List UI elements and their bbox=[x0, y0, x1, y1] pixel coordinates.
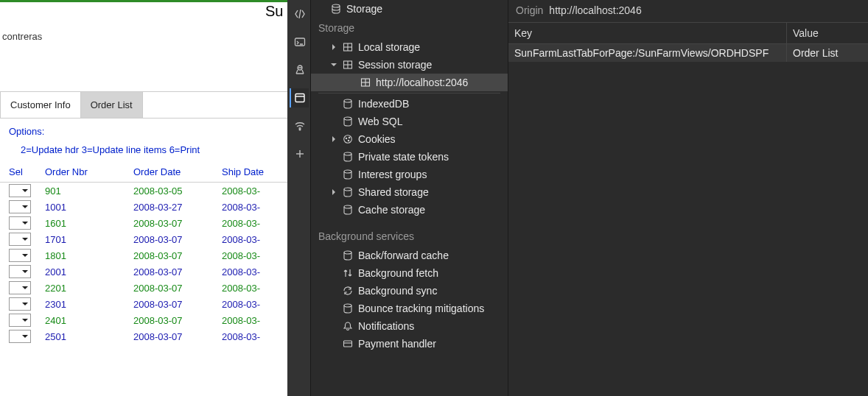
cell-ship-date: 2008-03- bbox=[217, 328, 287, 344]
chevron-down-icon bbox=[22, 204, 28, 210]
elements-tab-icon[interactable] bbox=[290, 4, 309, 24]
options-block: Options: 2=Update hdr 3=Update line item… bbox=[0, 119, 287, 164]
app-panel: Su contreras Customer Info Order List Op… bbox=[0, 0, 287, 396]
tree-session-origin-label: http://localhost:2046 bbox=[376, 77, 468, 88]
grid-icon bbox=[342, 41, 354, 53]
svg-point-26 bbox=[344, 205, 351, 208]
grid-icon bbox=[360, 77, 371, 88]
tree-bg-sync[interactable]: Background sync bbox=[311, 282, 508, 300]
tree-pst[interactable]: Private state tokens bbox=[311, 148, 508, 166]
col-order-date: Order Date bbox=[129, 164, 217, 183]
svg-point-19 bbox=[344, 135, 352, 144]
cell-order-nbr: 1001 bbox=[41, 199, 129, 215]
tab-customer-info[interactable]: Customer Info bbox=[0, 92, 81, 118]
table-row: 17012008-03-072008-03- bbox=[0, 231, 287, 247]
svg-rect-2 bbox=[295, 94, 304, 102]
chevron-down-icon bbox=[22, 285, 28, 291]
arrows-icon bbox=[342, 267, 354, 279]
sel-dropdown[interactable] bbox=[9, 265, 31, 278]
tree-session-storage[interactable]: Session storage bbox=[311, 56, 508, 74]
sel-dropdown[interactable] bbox=[9, 200, 31, 213]
sel-dropdown[interactable] bbox=[9, 216, 31, 230]
console-tab-icon[interactable] bbox=[290, 32, 309, 52]
chevron-right-icon bbox=[330, 136, 337, 142]
svg-point-17 bbox=[344, 99, 351, 102]
application-tab-icon[interactable] bbox=[290, 88, 309, 107]
tree-bgfetch-label: Background fetch bbox=[358, 267, 438, 279]
table-row: 10012008-03-272008-03- bbox=[0, 199, 287, 215]
tree-cache-label: Cache storage bbox=[358, 204, 425, 216]
database-icon bbox=[342, 98, 354, 110]
cell-order-nbr: 1801 bbox=[41, 247, 129, 264]
kv-row[interactable]: SunFarmLastTabForPage:/SunFarmViews/ORDH… bbox=[508, 44, 868, 62]
chevron-down-icon bbox=[22, 220, 28, 226]
tree-bounce-label: Bounce tracking mitigations bbox=[358, 303, 484, 314]
tree-cookies-label: Cookies bbox=[358, 133, 396, 145]
origin-label: Origin bbox=[516, 4, 543, 16]
cell-order-nbr: 2001 bbox=[41, 264, 129, 280]
sel-dropdown[interactable] bbox=[9, 314, 31, 327]
tree-interest-groups[interactable]: Interest groups bbox=[311, 166, 508, 183]
svg-point-18 bbox=[344, 117, 351, 120]
sel-dropdown[interactable] bbox=[9, 297, 31, 311]
database-icon bbox=[342, 116, 354, 127]
tab-order-list[interactable]: Order List bbox=[81, 92, 143, 118]
chevron-down-icon bbox=[22, 236, 28, 242]
more-tabs-icon[interactable] bbox=[290, 144, 309, 163]
tree-shared-storage[interactable]: Shared storage bbox=[311, 183, 508, 201]
cell-ship-date: 2008-03- bbox=[217, 280, 287, 296]
svg-point-4 bbox=[299, 129, 301, 130]
tree-session-storage-origin[interactable]: http://localhost:2046 bbox=[311, 74, 508, 91]
tree-bg-fetch[interactable]: Background fetch bbox=[311, 264, 508, 282]
tree-bounce[interactable]: Bounce tracking mitigations bbox=[311, 300, 508, 317]
table-row: 9012008-03-052008-03- bbox=[0, 183, 287, 199]
page-title-fragment: Su bbox=[265, 3, 283, 20]
kv-header-key[interactable]: Key bbox=[508, 23, 787, 43]
tree-indexeddb[interactable]: IndexedDB bbox=[311, 95, 508, 113]
cell-order-nbr: 901 bbox=[41, 183, 129, 199]
storage-detail-pane: Origin http://localhost:2046 Key Value S… bbox=[508, 0, 868, 396]
options-instructions: 2=Update hdr 3=Update line items 6=Print bbox=[21, 144, 279, 155]
svg-point-20 bbox=[346, 138, 346, 138]
tree-interest-label: Interest groups bbox=[358, 169, 427, 180]
sources-tab-icon[interactable] bbox=[290, 60, 309, 79]
sel-dropdown[interactable] bbox=[9, 281, 31, 294]
col-order-nbr: Order Nbr bbox=[41, 164, 129, 183]
svg-point-7 bbox=[332, 4, 340, 7]
cell-ship-date: 2008-03- bbox=[217, 296, 287, 312]
svg-point-22 bbox=[348, 140, 349, 141]
database-icon bbox=[342, 186, 354, 198]
origin-bar: Origin http://localhost:2046 bbox=[508, 0, 868, 22]
sel-dropdown[interactable] bbox=[9, 184, 31, 197]
tree-cache-storage[interactable]: Cache storage bbox=[311, 201, 508, 219]
database-icon bbox=[342, 303, 354, 314]
cell-order-nbr: 2201 bbox=[41, 280, 129, 296]
tree-top-storage[interactable]: Storage bbox=[311, 0, 508, 18]
network-tab-icon[interactable] bbox=[290, 116, 309, 135]
tree-bf-cache[interactable]: Back/forward cache bbox=[311, 247, 508, 264]
tree-payment-handler[interactable]: Payment handler bbox=[311, 335, 508, 353]
tree-cookies[interactable]: Cookies bbox=[311, 130, 508, 148]
kv-header-value[interactable]: Value bbox=[787, 23, 868, 43]
chevron-down-icon bbox=[22, 252, 28, 258]
tree-bfcache-label: Back/forward cache bbox=[358, 250, 449, 261]
tree-notif-label: Notifications bbox=[358, 320, 414, 332]
table-row: 22012008-03-072008-03- bbox=[0, 280, 287, 296]
kv-header-row: Key Value bbox=[508, 22, 868, 44]
cell-order-nbr: 2501 bbox=[41, 328, 129, 344]
app-accent-bar bbox=[0, 0, 287, 2]
sel-dropdown[interactable] bbox=[9, 249, 31, 262]
cell-order-nbr: 1701 bbox=[41, 231, 129, 247]
sel-dropdown[interactable] bbox=[9, 330, 31, 343]
chevron-right-icon bbox=[330, 44, 337, 50]
cell-ship-date: 2008-03- bbox=[217, 231, 287, 247]
tree-local-storage[interactable]: Local storage bbox=[311, 38, 508, 56]
cell-order-date: 2008-03-07 bbox=[129, 280, 217, 296]
tree-notifications[interactable]: Notifications bbox=[311, 317, 508, 335]
tree-websql[interactable]: Web SQL bbox=[311, 113, 508, 130]
sel-dropdown[interactable] bbox=[9, 233, 31, 246]
table-row: 23012008-03-072008-03- bbox=[0, 296, 287, 312]
chevron-down-icon bbox=[22, 269, 28, 275]
cell-order-nbr: 1601 bbox=[41, 215, 129, 231]
devtools-panel: Storage Storage Local storage Session st… bbox=[287, 0, 868, 396]
